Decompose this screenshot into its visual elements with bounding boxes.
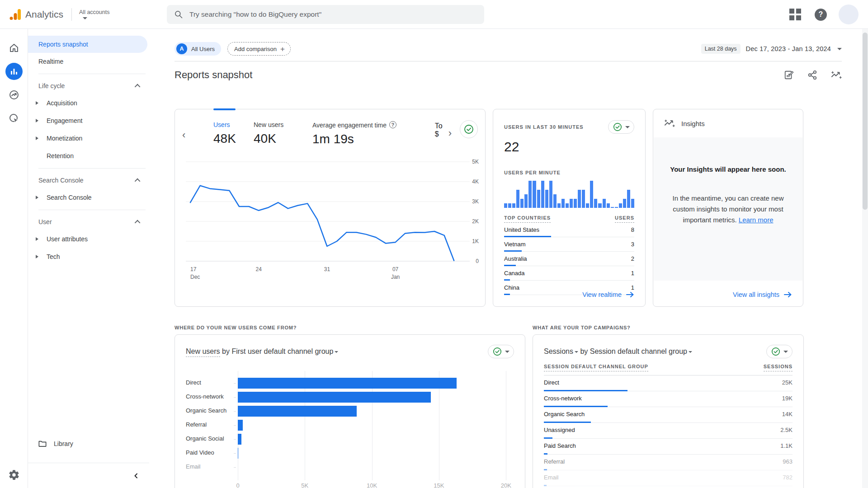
- search-input[interactable]: [189, 10, 461, 19]
- scrollbar-thumb[interactable]: [863, 33, 868, 210]
- divider: [38, 210, 146, 210]
- apps-grid-icon[interactable]: [789, 9, 801, 20]
- sidebar-item-retention[interactable]: Retention: [28, 147, 149, 164]
- bar-direct[interactable]: [238, 378, 457, 389]
- realtime-users-value: 22: [504, 139, 634, 155]
- channel-check-dropdown[interactable]: [488, 345, 514, 358]
- metric-partial-clipped[interactable]: To $: [435, 122, 446, 138]
- advertising-icon[interactable]: [0, 107, 28, 130]
- sidebar-item-reports-snapshot[interactable]: Reports snapshot: [28, 36, 147, 53]
- metric-users-value: 48K: [213, 131, 236, 146]
- view-all-insights-link[interactable]: View all insights: [733, 291, 792, 298]
- sessions-col2-header[interactable]: SESSIONS: [764, 364, 793, 371]
- scrollbar-track[interactable]: [862, 29, 868, 488]
- metric-avg-engagement[interactable]: Average engagement time? 1m 19s: [312, 121, 396, 146]
- session-row-organic-search: Organic Search14K: [544, 407, 793, 423]
- users-col-header[interactable]: USERS: [615, 215, 634, 223]
- bar-cross-network[interactable]: [238, 392, 431, 403]
- bar-referral[interactable]: [238, 420, 243, 431]
- metric-new-users-value: 40K: [254, 131, 283, 146]
- country-users: 1: [631, 284, 634, 291]
- bar-paid-video[interactable]: [238, 448, 238, 459]
- sidebar-item-library[interactable]: Library: [28, 435, 149, 453]
- minute-bar: [508, 203, 511, 208]
- minute-bar: [574, 199, 577, 208]
- admin-gear-icon[interactable]: [0, 469, 28, 481]
- key-metrics-card: ‹ Users 48K New users 40K Average engage…: [175, 109, 486, 307]
- minute-bar: [631, 199, 634, 208]
- sidebar-item-user-attributes[interactable]: User attributes: [28, 230, 149, 248]
- account-label: All accounts: [79, 9, 109, 15]
- search-bar[interactable]: [167, 5, 484, 24]
- x-axis-label: 10K: [367, 482, 377, 488]
- learn-more-link[interactable]: Learn more: [739, 216, 774, 224]
- date-preset-chip: Last 28 days: [701, 44, 741, 54]
- reports-icon-active[interactable]: [0, 60, 28, 83]
- metric-partial-value: $: [435, 130, 446, 138]
- metrics-scroll-left-icon[interactable]: ‹: [182, 129, 185, 141]
- bar-organic-search[interactable]: [238, 406, 357, 417]
- sidebar-item-tech[interactable]: Tech: [28, 248, 149, 265]
- minute-bar: [561, 199, 565, 208]
- sidebar-section-user[interactable]: User: [28, 214, 149, 230]
- share-icon[interactable]: [807, 70, 817, 80]
- country-name: China: [504, 284, 519, 291]
- realtime-check-dropdown[interactable]: [608, 120, 634, 134]
- help-circle-icon[interactable]: ?: [389, 121, 396, 128]
- x-axis-label: 5K: [301, 482, 308, 488]
- nav-rail: [0, 29, 28, 488]
- chevron-down-icon[interactable]: [335, 351, 338, 353]
- insights-icon[interactable]: [831, 70, 842, 80]
- chevron-up-icon: [135, 220, 141, 225]
- date-range-picker[interactable]: Last 28 days Dec 17, 2023 - Jan 13, 2024: [701, 44, 842, 54]
- users-per-minute-bar-chart[interactable]: [504, 180, 634, 208]
- bar-organic-social[interactable]: [238, 434, 241, 445]
- folder-icon: [38, 440, 47, 447]
- metric-new-users[interactable]: New users 40K: [254, 121, 283, 146]
- sessions-col1-header[interactable]: SESSION DEFAULT CHANNEL GROUP: [544, 364, 648, 371]
- all-users-chip[interactable]: A All Users: [175, 42, 221, 56]
- help-icon[interactable]: ?: [815, 9, 827, 21]
- channel-name: Email: [544, 474, 559, 481]
- explore-icon[interactable]: [0, 83, 28, 107]
- metrics-scroll-right-icon[interactable]: ›: [448, 127, 452, 139]
- account-switcher[interactable]: All accounts: [79, 9, 109, 19]
- collapse-sidebar-icon[interactable]: [133, 473, 139, 479]
- minute-bar: [520, 199, 524, 208]
- view-realtime-link[interactable]: View realtime: [582, 291, 634, 298]
- sidebar-item-realtime[interactable]: Realtime: [28, 53, 149, 70]
- sidebar-section-life-cycle[interactable]: Life cycle: [28, 78, 149, 94]
- avatar[interactable]: [839, 5, 859, 24]
- sessions-metric-selector[interactable]: Sessions: [544, 347, 573, 355]
- add-comparison-button[interactable]: Add comparison +: [227, 42, 291, 56]
- minute-bar: [615, 207, 618, 208]
- chevron-down-icon[interactable]: [689, 351, 692, 353]
- axis-tick: [234, 439, 236, 440]
- metric-partial-label: To: [435, 122, 446, 130]
- minute-bar: [533, 181, 536, 208]
- sidebar-item-search-console[interactable]: Search Console: [28, 188, 149, 206]
- top-countries-header[interactable]: TOP COUNTRIES: [504, 215, 551, 223]
- sidebar-item-monetization[interactable]: Monetization: [28, 129, 149, 147]
- axis-tick: [234, 467, 236, 468]
- sidebar-item-engagement[interactable]: Engagement: [28, 112, 149, 129]
- divider: [38, 168, 146, 169]
- minute-bar: [516, 190, 519, 208]
- svg-text:2K: 2K: [472, 218, 479, 225]
- users-trend-line-chart[interactable]: 5K4K3K2K1K017Dec243107Jan: [186, 158, 480, 289]
- sidebar-section-search-console[interactable]: Search Console: [28, 172, 149, 188]
- sessions-check-dropdown[interactable]: [766, 345, 793, 358]
- app-bar: Analytics All accounts ?: [0, 0, 868, 29]
- metric-users[interactable]: Users 48K: [213, 121, 236, 146]
- data-quality-check-icon[interactable]: [460, 120, 478, 138]
- expand-arrow-icon: [36, 255, 38, 258]
- analytics-logo[interactable]: Analytics: [9, 9, 63, 20]
- x-axis-label: 0: [236, 482, 239, 488]
- sidebar-item-acquisition[interactable]: Acquisition: [28, 94, 149, 112]
- home-icon[interactable]: [0, 36, 28, 60]
- session-row-unassigned: Unassigned2.5K: [544, 423, 793, 439]
- new-users-metric-selector[interactable]: New users: [186, 347, 220, 357]
- minute-bar: [537, 190, 540, 208]
- customize-report-icon[interactable]: [784, 70, 794, 80]
- chevron-down-icon[interactable]: [575, 351, 578, 353]
